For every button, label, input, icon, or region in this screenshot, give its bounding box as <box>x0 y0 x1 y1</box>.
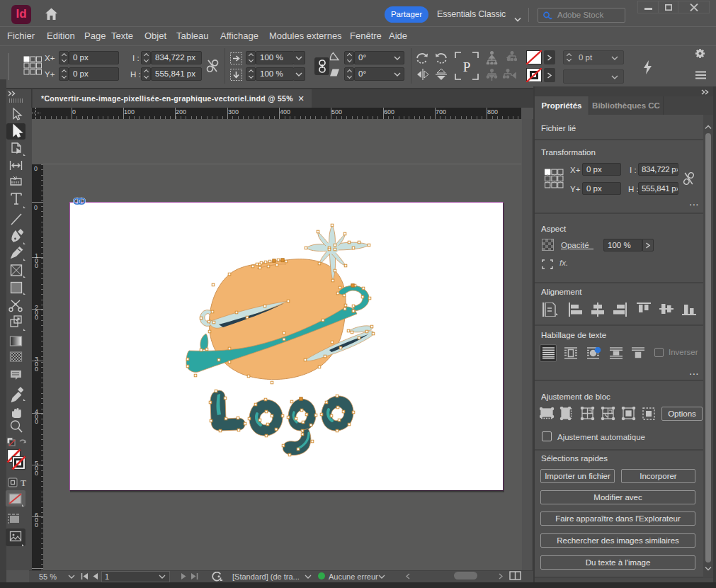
svg-text:P: P <box>463 60 471 74</box>
svg-text:T: T <box>21 478 26 488</box>
